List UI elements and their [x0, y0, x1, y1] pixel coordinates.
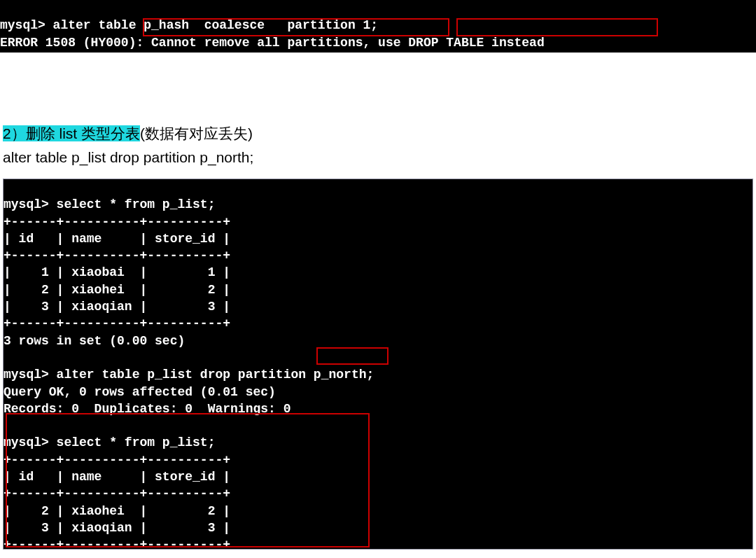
section-heading: 2）删除 list 类型分表(数据有对应丢失) — [3, 124, 753, 144]
highlight-box-pnorth — [316, 347, 388, 365]
section-heading-block: 2）删除 list 类型分表(数据有对应丢失) alter table p_li… — [0, 53, 756, 179]
heading-rest: (数据有对应丢失) — [140, 125, 253, 141]
highlight-box-error-msg-1 — [143, 18, 449, 36]
heading-highlighted: 2）删除 list 类型分表 — [3, 125, 140, 141]
highlight-box-after-result — [6, 413, 370, 547]
terminal-output-2: mysql> select * from p_list; +------+---… — [3, 179, 753, 550]
highlight-box-error-msg-2 — [456, 18, 658, 36]
terminal-output-1: mysql> alter table p_hash coalesce parti… — [0, 0, 756, 53]
term1-error-line: ERROR 1508 (HY000): Cannot remove all pa… — [0, 36, 545, 50]
sql-statement: alter table p_list drop partition p_nort… — [3, 149, 753, 166]
